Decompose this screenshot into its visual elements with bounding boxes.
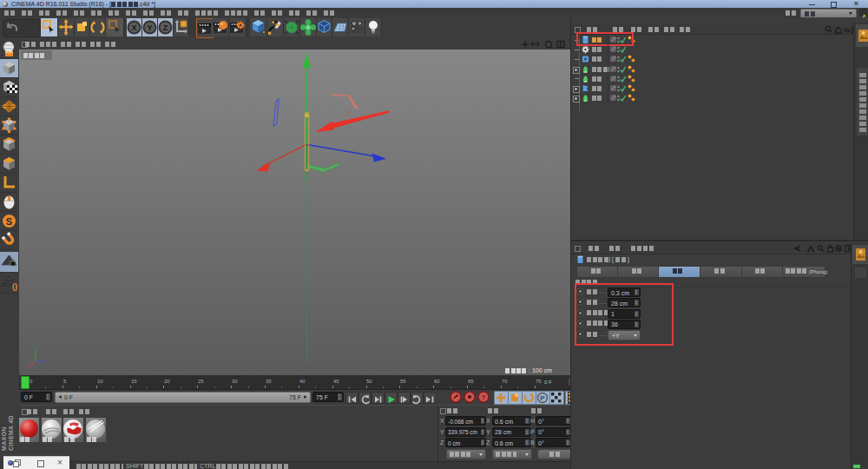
svg-text:(): () xyxy=(12,282,17,291)
svg-text:P: P xyxy=(540,394,545,402)
svg-text:X: X xyxy=(131,23,136,32)
svg-text:Y: Y xyxy=(34,346,37,351)
svg-text:Y: Y xyxy=(147,23,152,32)
svg-text:S: S xyxy=(6,216,12,227)
svg-text:?: ? xyxy=(482,394,485,400)
svg-text:Z: Z xyxy=(163,23,168,32)
